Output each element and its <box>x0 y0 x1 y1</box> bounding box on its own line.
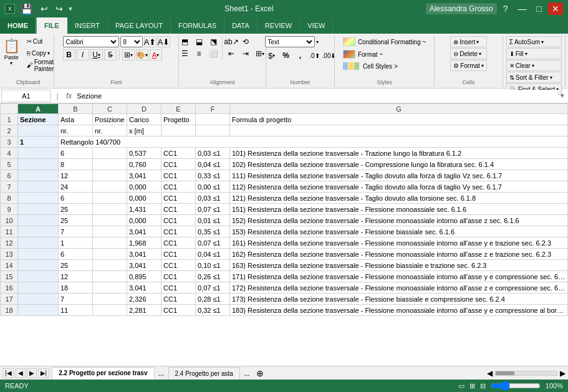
wrap-text-button[interactable]: ⟲ <box>239 36 253 47</box>
cell-F18[interactable]: 0,32 ≤1 <box>196 305 230 316</box>
undo-btn[interactable]: ↩ <box>39 4 50 14</box>
top-align-button[interactable]: ⬒ <box>178 36 191 47</box>
insert-dropdown[interactable]: ▾ <box>476 39 479 45</box>
cell-C11[interactable] <box>93 226 127 237</box>
col-header-F[interactable]: F <box>196 104 230 114</box>
minimize-button[interactable]: — <box>514 2 531 15</box>
cell-B13[interactable]: 6 <box>59 249 93 260</box>
strikethrough-button[interactable]: S̶ <box>104 49 117 60</box>
close-button[interactable]: ✕ <box>548 2 563 15</box>
center-align-button[interactable]: ≡ <box>192 48 206 59</box>
cell-C2[interactable]: nr. <box>93 125 127 136</box>
cell-B11[interactable]: 7 <box>59 226 93 237</box>
cell-G7[interactable]: 112) Resistenza della sezione trasversal… <box>230 181 568 193</box>
cell-F17[interactable]: 0,28 ≤1 <box>196 294 230 305</box>
cell-C16[interactable] <box>93 282 127 294</box>
cell-A7[interactable] <box>18 181 59 193</box>
tab-file[interactable]: FILE <box>37 17 67 34</box>
autosum-button[interactable]: Σ AutoSum ▾ <box>506 36 562 47</box>
cell-D17[interactable]: 2,326 <box>127 294 161 305</box>
left-align-button[interactable]: ☰ <box>178 48 191 59</box>
cell-A11[interactable] <box>18 226 59 237</box>
cell-G1[interactable]: Formula di progetto <box>230 114 568 125</box>
cell-E7[interactable]: CC1 <box>161 181 196 193</box>
cell-A5[interactable] <box>18 159 59 170</box>
cell-E10[interactable]: CC1 <box>161 215 196 226</box>
cell-B17[interactable]: 7 <box>59 294 93 305</box>
increase-font-btn[interactable]: A⬆ <box>144 36 156 47</box>
tab-insert[interactable]: INSERT <box>67 17 108 34</box>
cell-E13[interactable]: CC1 <box>161 249 196 260</box>
cell-D4[interactable]: 0,537 <box>127 148 161 159</box>
sheet-tab-1[interactable]: 2.2 Progetto per sezione trasv <box>52 367 154 380</box>
format-as-table-button[interactable]: Format ~ <box>340 49 429 60</box>
fill-dropdown[interactable]: ▾ <box>525 51 527 57</box>
view-page-layout-icon[interactable]: ⊞ <box>469 382 475 390</box>
accounting-format-button[interactable]: $▾ <box>265 50 279 61</box>
cell-F15[interactable]: 0,26 ≤1 <box>196 271 230 282</box>
cell-F12[interactable]: 0,07 ≤1 <box>196 237 230 249</box>
format-painter-button[interactable]: 🖌Format Painter <box>24 60 57 70</box>
cell-C17[interactable] <box>93 294 127 305</box>
add-sheet-button[interactable]: ⊕ <box>254 367 266 380</box>
cell-D13[interactable]: 3,041 <box>127 249 161 260</box>
col-header-D[interactable]: D <box>127 104 161 114</box>
scroll-right-btn[interactable]: ▶ <box>560 369 566 378</box>
delete-dropdown[interactable]: ▾ <box>479 51 481 57</box>
horizontal-scrollbar[interactable] <box>495 371 557 376</box>
insert-button[interactable]: ⊕ Insert ▾ <box>450 36 487 47</box>
cell-C8[interactable] <box>93 193 127 204</box>
save-btn[interactable]: 💾 <box>19 3 35 15</box>
cell-D1[interactable]: Carico <box>127 114 161 125</box>
scrollbar-thumb[interactable] <box>496 371 514 375</box>
delete-button[interactable]: ⊖ Delete ▾ <box>450 48 487 59</box>
comma-button[interactable]: , <box>294 50 307 61</box>
cell-F14[interactable]: 0,10 ≤1 <box>196 260 230 271</box>
cell-G18[interactable]: 183) Resistenza della sezione trasversal… <box>230 305 568 316</box>
cell-C1[interactable]: Posizione <box>93 114 127 125</box>
cell-G13[interactable]: 162) Resistenza della sezione trasversal… <box>230 249 568 260</box>
col-header-C[interactable]: C <box>93 104 127 114</box>
middle-align-button[interactable]: ⬓ <box>192 36 206 47</box>
sort-filter-dropdown[interactable]: ▾ <box>550 75 552 80</box>
cell-styles-button[interactable]: Cell Styles > <box>340 61 429 71</box>
view-normal-icon[interactable]: ▭ <box>458 382 465 390</box>
cell-G16[interactable]: 172) Resistenza della sezione trasversal… <box>230 282 568 294</box>
maximize-button[interactable]: □ <box>533 2 546 15</box>
cell-C10[interactable] <box>93 215 127 226</box>
zoom-slider[interactable] <box>491 383 541 388</box>
cell-E8[interactable]: CC1 <box>161 193 196 204</box>
cell-A13[interactable] <box>18 249 59 260</box>
cell-D2[interactable]: x [m] <box>127 125 161 136</box>
cell-F9[interactable]: 0,07 ≤1 <box>196 204 230 215</box>
scroll-left-btn[interactable]: ◀ <box>487 369 493 378</box>
sheet-nav-next[interactable]: ▶ <box>27 368 37 378</box>
cell-C13[interactable] <box>93 249 127 260</box>
col-header-B[interactable]: B <box>59 104 93 114</box>
cell-G15[interactable]: 171) Resistenza della sezione trasversal… <box>230 271 568 282</box>
number-format-select[interactable]: Text General Number <box>265 36 315 47</box>
font-size-select[interactable]: 8 <box>120 36 143 47</box>
clear-dropdown[interactable]: ▾ <box>532 63 534 69</box>
tab-home[interactable]: HOME <box>0 17 37 34</box>
cell-F11[interactable]: 0,35 ≤1 <box>196 226 230 237</box>
border-button[interactable]: ⊞▾ <box>122 49 135 60</box>
cell-F13[interactable]: 0,04 ≤1 <box>196 249 230 260</box>
cell-G6[interactable]: 111) Resistenza della sezione trasversal… <box>230 170 568 181</box>
cell-B7[interactable]: 24 <box>59 181 93 193</box>
cell-A3[interactable]: 1 <box>18 136 59 148</box>
increase-indent-button[interactable]: ⇥ <box>239 48 253 59</box>
italic-button[interactable]: I <box>77 49 89 60</box>
cell-G14[interactable]: 163) Resistenza della sezione trasversal… <box>230 260 568 271</box>
paste-dropdown[interactable]: ▾ <box>10 60 12 66</box>
cell-D15[interactable]: 0,895 <box>127 271 161 282</box>
cell-E15[interactable]: CC1 <box>161 271 196 282</box>
sort-filter-button[interactable]: ⇅ Sort & Filter ▾ <box>506 72 562 83</box>
cell-E18[interactable]: CC1 <box>161 305 196 316</box>
percent-button[interactable]: % <box>279 50 293 61</box>
cell-A4[interactable] <box>18 148 59 159</box>
cell-E2[interactable] <box>161 125 196 136</box>
formula-input[interactable] <box>74 90 558 102</box>
cell-G2[interactable] <box>230 125 568 136</box>
cell-D8[interactable]: 0,000 <box>127 193 161 204</box>
